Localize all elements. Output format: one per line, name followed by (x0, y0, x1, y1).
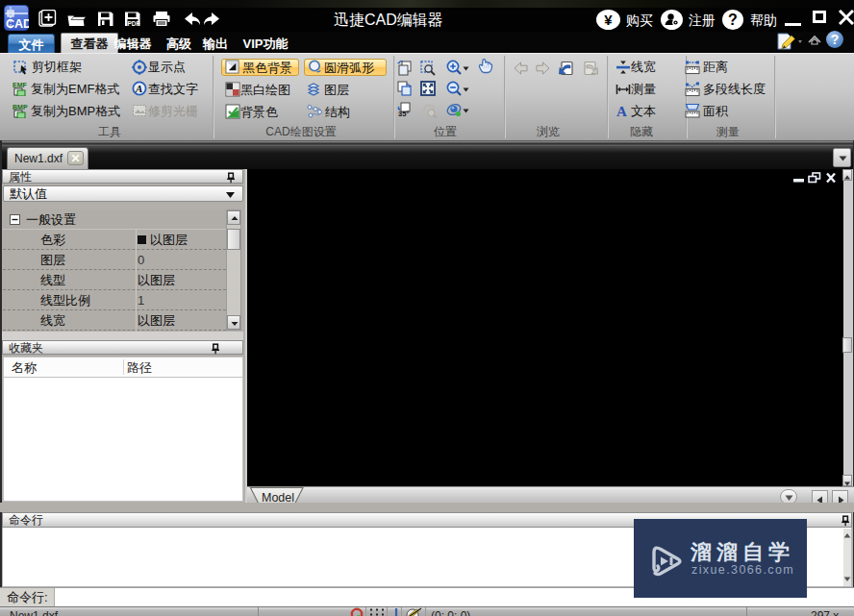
svg-text:EMF: EMF (13, 82, 28, 88)
svg-text:35°: 35° (398, 110, 409, 117)
svg-text:A: A (616, 104, 627, 118)
svg-text:PDF: PDF (128, 20, 140, 27)
svg-text:A: A (135, 83, 142, 94)
svg-text:BMP: BMP (13, 104, 28, 111)
svg-text:CAD: CAD (6, 17, 29, 31)
